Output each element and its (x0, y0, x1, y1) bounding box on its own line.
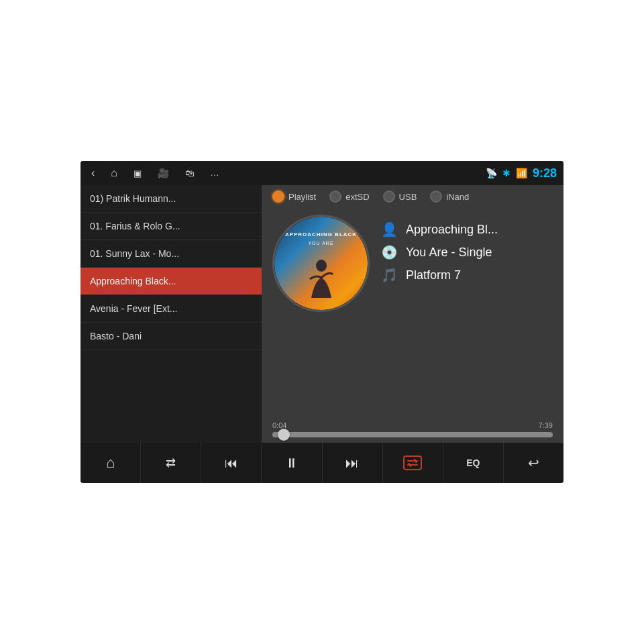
source-dot-extsd (329, 191, 341, 203)
shuffle-button[interactable]: ⇄ (141, 443, 201, 483)
source-dot-usb (383, 191, 395, 203)
playlist-item-3[interactable]: 01. Sunny Lax - Mo... (80, 240, 262, 268)
player-main: APPROACHING BLACK YOU ARE � (262, 208, 564, 421)
status-icons: 📡 ✱ 📶 9:28 (486, 166, 557, 180)
progress-thumb[interactable] (278, 429, 290, 441)
source-dot-inand (430, 191, 442, 203)
more-nav-button[interactable]: ... (207, 167, 223, 179)
bag-nav-button[interactable]: 🛍 (181, 166, 199, 180)
source-label-usb: USB (399, 192, 417, 202)
eq-label: EQ (466, 458, 480, 468)
prev-button[interactable]: ⏮ (201, 443, 262, 483)
progress-bar[interactable] (272, 432, 553, 437)
pause-icon: ⏸ (285, 455, 299, 471)
song-row: 🎵 Platform 7 (380, 267, 553, 283)
next-button[interactable]: ⏭ (323, 443, 383, 483)
bluetooth-icon: ✱ (502, 168, 511, 178)
source-dot-playlist (272, 191, 284, 203)
artist-row: 👤 Approaching Bl... (380, 221, 553, 237)
playlist-item-1[interactable]: 01) Patrik Humann... (80, 185, 262, 213)
loop-icon (403, 455, 422, 470)
playlist-item-2[interactable]: 01. Farius & Rolo G... (80, 213, 262, 240)
source-label-inand: iNand (446, 192, 469, 202)
loop-button[interactable] (383, 443, 443, 483)
pause-button[interactable]: ⏸ (262, 443, 322, 483)
album-row: 💿 You Are - Single (380, 244, 553, 260)
album-art-top-text: APPROACHING BLACK (274, 231, 368, 237)
device-frame: ‹ ⌂ ▣ 🎥 🛍 ... 📡 ✱ 📶 9:28 01) Patrik Huma… (80, 161, 564, 483)
track-info: 👤 Approaching Bl... 💿 You Are - Single 🎵… (380, 215, 553, 283)
artist-icon: 👤 (380, 221, 398, 237)
home-button[interactable]: ⌂ (80, 443, 141, 483)
back-nav-button[interactable]: ‹ (87, 166, 99, 180)
prev-icon: ⏮ (225, 455, 238, 471)
player-area: Playlist extSD USB iNand (262, 185, 564, 443)
svg-point-0 (316, 260, 327, 272)
recent-nav-button[interactable]: ▣ (129, 167, 146, 180)
home-nav-button[interactable]: ⌂ (107, 166, 121, 180)
album-art: APPROACHING BLACK YOU ARE (272, 215, 370, 312)
control-bar: ⌂ ⇄ ⏮ ⏸ ⏭ EQ ↩ (80, 443, 564, 483)
main-content: 01) Patrik Humann... 01. Farius & Rolo G… (80, 185, 564, 443)
home-icon: ⌂ (106, 454, 115, 472)
album-art-silhouette (305, 258, 338, 305)
playlist-sidebar: 01) Patrik Humann... 01. Farius & Rolo G… (80, 185, 262, 443)
back-button[interactable]: ↩ (504, 443, 564, 483)
source-tabs: Playlist extSD USB iNand (262, 185, 564, 208)
progress-section[interactable]: 0:04 7:39 (262, 421, 564, 443)
artist-text: Approaching Bl... (406, 223, 498, 237)
source-label-playlist: Playlist (288, 192, 316, 202)
playlist-item-5[interactable]: Avenia - Fever [Ext... (80, 295, 262, 323)
nav-buttons: ‹ ⌂ ▣ 🎥 🛍 ... (87, 166, 223, 180)
camera-nav-button[interactable]: 🎥 (154, 166, 173, 180)
cast-icon: 📡 (486, 168, 497, 178)
wifi-icon: 📶 (516, 168, 527, 178)
next-icon: ⏭ (345, 455, 359, 471)
album-art-inner: APPROACHING BLACK YOU ARE (274, 217, 368, 310)
source-tab-usb[interactable]: USB (383, 191, 417, 203)
source-tab-extsd[interactable]: extSD (329, 191, 369, 203)
source-tab-playlist[interactable]: Playlist (272, 191, 316, 203)
status-bar: ‹ ⌂ ▣ 🎥 🛍 ... 📡 ✱ 📶 9:28 (80, 161, 564, 185)
song-icon: 🎵 (380, 267, 398, 283)
album-icon: 💿 (380, 244, 398, 260)
back-icon: ↩ (528, 455, 539, 471)
progress-total: 7:39 (539, 421, 553, 429)
album-art-bottom-text: YOU ARE (274, 241, 368, 246)
playlist-item-6[interactable]: Basto - Dani (80, 323, 262, 350)
eq-button[interactable]: EQ (443, 443, 504, 483)
source-label-extsd: extSD (345, 192, 369, 202)
status-time: 9:28 (533, 166, 557, 180)
album-text: You Are - Single (406, 246, 492, 260)
playlist-item-4-active[interactable]: Approaching Black... (80, 268, 262, 295)
source-tab-inand[interactable]: iNand (430, 191, 469, 203)
song-text: Platform 7 (406, 268, 461, 282)
shuffle-icon: ⇄ (166, 455, 176, 470)
progress-times: 0:04 7:39 (272, 421, 553, 429)
